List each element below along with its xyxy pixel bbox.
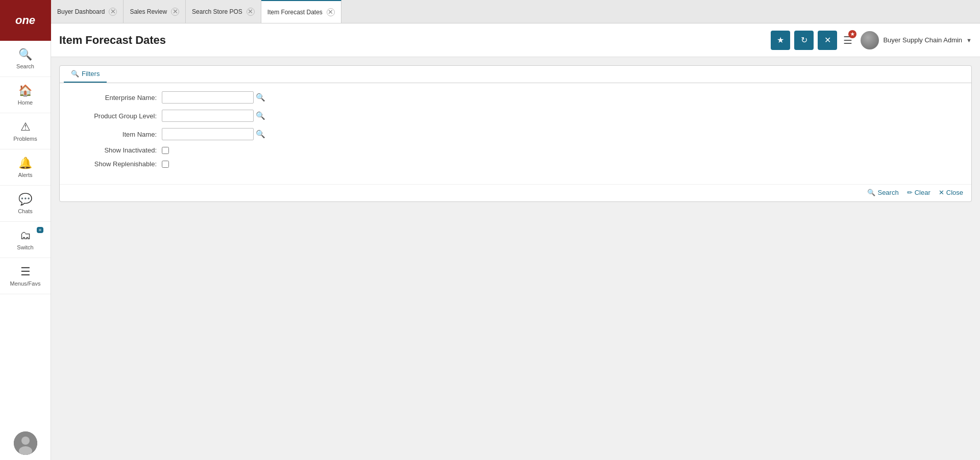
- header-actions: ★ ↻ ✕ ☰ ★ Buyer Supply Chain Admin ▼: [771, 31, 972, 50]
- tab-label-item-forecast-dates: Item Forecast Dates: [267, 9, 323, 16]
- clear-button-label: Clear: [915, 189, 930, 196]
- sidebar-item-home[interactable]: 🏠 Home: [0, 77, 51, 113]
- tab-close-sales-review[interactable]: ✕: [171, 8, 179, 16]
- app-logo[interactable]: one: [0, 0, 51, 41]
- close-button[interactable]: ✕ Close: [939, 189, 963, 196]
- close-button-label: Close: [946, 189, 963, 196]
- sidebar: one 🔍 Search 🏠 Home ⚠ Problems 🔔 Alerts …: [0, 0, 51, 460]
- filter-tab-icon: 🔍: [71, 70, 79, 78]
- home-icon: 🏠: [18, 84, 32, 97]
- svg-point-1: [21, 437, 30, 445]
- filter-row-enterprise: Enterprise Name: 🔍: [70, 91, 961, 104]
- sidebar-label-alerts: Alerts: [18, 172, 32, 178]
- sidebar-item-menusfavs[interactable]: ☰ Menus/Favs: [0, 258, 51, 294]
- tab-label-sales-review: Sales Review: [130, 8, 167, 15]
- sidebar-item-chats[interactable]: 💬 Chats: [0, 186, 51, 222]
- header-bar: Item Forecast Dates ★ ↻ ✕ ☰ ★ Buyer Supp…: [51, 23, 980, 57]
- user-dropdown[interactable]: Buyer Supply Chain Admin ▼: [861, 31, 972, 49]
- switch-icon: 🗂: [20, 229, 31, 242]
- show-inactivated-checkbox[interactable]: [162, 147, 169, 154]
- dropdown-arrow-icon: ▼: [966, 37, 972, 43]
- sidebar-label-search: Search: [16, 63, 34, 69]
- search-icon: 🔍: [18, 48, 32, 61]
- notification-badge: ★: [848, 30, 856, 38]
- filter-row-show-inactivated: Show Inactivated:: [70, 146, 961, 154]
- product-group-input[interactable]: [162, 110, 254, 122]
- tab-close-search-store-pos[interactable]: ✕: [247, 8, 255, 16]
- filter-row-show-replenishable: Show Replenishable:: [70, 160, 961, 168]
- content-area: 🔍 Filters Enterprise Name: 🔍 Product Gro…: [51, 57, 980, 460]
- sidebar-label-menusfavs: Menus/Favs: [10, 280, 41, 287]
- enterprise-name-label: Enterprise Name:: [70, 94, 162, 101]
- item-name-input[interactable]: [162, 128, 254, 140]
- show-replenishable-label: Show Replenishable:: [70, 160, 162, 168]
- page-title: Item Forecast Dates: [59, 34, 771, 47]
- tab-close-buyer-dashboard[interactable]: ✕: [109, 8, 117, 16]
- filter-footer: 🔍 Search ✏ Clear ✕ Close: [60, 184, 971, 201]
- filter-body: Enterprise Name: 🔍 Product Group Level: …: [60, 83, 971, 184]
- filter-tab-bar: 🔍 Filters: [60, 66, 971, 83]
- sidebar-label-problems: Problems: [13, 136, 37, 142]
- refresh-button[interactable]: ↻: [794, 31, 814, 50]
- tab-item-forecast-dates[interactable]: Item Forecast Dates ✕: [261, 0, 341, 23]
- alerts-icon: 🔔: [18, 157, 32, 170]
- favorite-button[interactable]: ★: [771, 31, 790, 50]
- sidebar-item-alerts[interactable]: 🔔 Alerts: [0, 149, 51, 186]
- tab-sales-review[interactable]: Sales Review ✕: [124, 0, 186, 23]
- tab-close-item-forecast-dates[interactable]: ✕: [327, 8, 335, 16]
- sidebar-item-problems[interactable]: ⚠ Problems: [0, 113, 51, 149]
- avatar[interactable]: [14, 431, 37, 455]
- clear-button[interactable]: ✏ Clear: [907, 189, 930, 196]
- filter-row-product-group: Product Group Level: 🔍: [70, 110, 961, 122]
- filter-row-item-name: Item Name: 🔍: [70, 128, 961, 140]
- enterprise-name-input[interactable]: [162, 91, 254, 104]
- sidebar-label-chats: Chats: [18, 208, 33, 214]
- filter-panel: 🔍 Filters Enterprise Name: 🔍 Product Gro…: [59, 65, 972, 202]
- problems-icon: ⚠: [20, 120, 31, 134]
- product-group-label: Product Group Level:: [70, 112, 162, 120]
- item-name-label: Item Name:: [70, 131, 162, 138]
- menusfavs-icon: ☰: [20, 265, 31, 278]
- tab-label-buyer-dashboard: Buyer Dashboard: [57, 8, 105, 15]
- close-action-icon: ✕: [939, 189, 944, 196]
- tabs-bar: Buyer Dashboard ✕ Sales Review ✕ Search …: [51, 0, 980, 23]
- show-replenishable-checkbox[interactable]: [162, 161, 169, 168]
- show-inactivated-label: Show Inactivated:: [70, 146, 162, 154]
- search-action-icon: 🔍: [867, 189, 875, 196]
- filters-tab[interactable]: 🔍 Filters: [64, 66, 107, 83]
- sidebar-label-home: Home: [18, 99, 33, 106]
- sidebar-item-switch[interactable]: 🗂 ≡ Switch: [0, 222, 51, 258]
- switch-badge: ≡: [37, 227, 43, 233]
- user-avatar: [861, 31, 879, 49]
- user-name: Buyer Supply Chain Admin: [883, 36, 962, 44]
- sidebar-label-switch: Switch: [17, 244, 33, 250]
- chats-icon: 💬: [18, 193, 32, 206]
- main-content: Buyer Dashboard ✕ Sales Review ✕ Search …: [51, 0, 980, 460]
- tab-search-store-pos[interactable]: Search Store POS ✕: [186, 0, 261, 23]
- sidebar-bottom: [14, 431, 37, 460]
- sidebar-item-search[interactable]: 🔍 Search: [0, 41, 51, 77]
- close-tab-button[interactable]: ✕: [818, 31, 837, 50]
- enterprise-search-icon[interactable]: 🔍: [256, 93, 265, 102]
- filter-tab-label: Filters: [82, 70, 100, 78]
- logo-text: one: [15, 14, 35, 27]
- tab-buyer-dashboard[interactable]: Buyer Dashboard ✕: [51, 0, 124, 23]
- search-button[interactable]: 🔍 Search: [867, 189, 898, 196]
- product-group-search-icon[interactable]: 🔍: [256, 111, 265, 120]
- tab-label-search-store-pos: Search Store POS: [192, 8, 242, 15]
- item-name-search-icon[interactable]: 🔍: [256, 130, 265, 139]
- clear-action-icon: ✏: [907, 189, 913, 196]
- notification-wrap: ☰ ★: [841, 32, 854, 48]
- search-button-label: Search: [877, 189, 898, 196]
